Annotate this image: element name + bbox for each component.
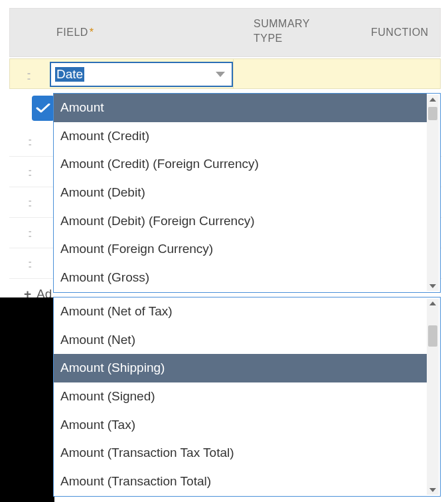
scroll-down-icon[interactable] xyxy=(429,284,436,288)
dropdown-option[interactable]: Amount (Foreign Currency) xyxy=(54,235,427,264)
dropdown-option[interactable]: Amount (Net) xyxy=(54,326,427,355)
scroll-thumb[interactable] xyxy=(428,325,437,347)
field-options-list-1: Amount Amount (Credit) Amount (Credit) (… xyxy=(54,94,427,292)
dropdown-option[interactable]: Amount xyxy=(54,94,427,122)
cell-divider xyxy=(233,59,234,88)
dropdown-option[interactable]: Amount (Transaction Tax Total) xyxy=(54,439,427,467)
columns-header-row: FIELD* SUMMARY TYPE FUNCTION xyxy=(9,8,441,57)
scrollbar[interactable] xyxy=(427,95,439,291)
scroll-up-icon[interactable] xyxy=(429,98,436,102)
column-header-summary-type: SUMMARY TYPE xyxy=(254,17,310,46)
drag-handle-icon[interactable]: :: xyxy=(28,166,30,179)
dropdown-option[interactable]: Amount (Transaction Total) xyxy=(54,467,427,496)
chevron-down-icon xyxy=(216,72,225,77)
column-header-function: FUNCTION xyxy=(371,27,429,39)
scroll-thumb[interactable] xyxy=(428,107,437,120)
dropdown-option[interactable]: Amount (Shipping) xyxy=(54,354,427,382)
required-asterisk: * xyxy=(90,27,94,38)
dropdown-option[interactable]: Amount (Net of Tax) xyxy=(54,297,427,326)
field-options-popup-1: Amount Amount (Credit) Amount (Credit) (… xyxy=(53,93,441,293)
field-dropdown[interactable]: Date xyxy=(50,62,233,87)
dropdown-option[interactable]: Amount (Credit) (Foreign Currency) xyxy=(54,150,427,179)
scrollbar[interactable] xyxy=(427,299,439,495)
confirm-button[interactable] xyxy=(32,96,54,121)
dropdown-option[interactable]: Amount (Debit) (Foreign Currency) xyxy=(54,207,427,236)
drag-handle-icon[interactable]: :: xyxy=(28,197,30,210)
check-icon xyxy=(36,104,50,113)
dropdown-option[interactable]: Amount (Tax) xyxy=(54,411,427,440)
dark-backdrop xyxy=(0,297,54,502)
drag-handle-icon[interactable]: :: xyxy=(28,135,30,149)
drag-handle-icon[interactable]: :: xyxy=(28,227,30,240)
drag-handle-icon[interactable]: :: xyxy=(27,69,29,83)
dropdown-option[interactable]: Amount (Credit) xyxy=(54,122,427,151)
scroll-down-icon[interactable] xyxy=(429,488,436,492)
field-dropdown-value: Date xyxy=(55,67,84,82)
dropdown-option[interactable]: Amount (Signed) xyxy=(54,382,427,411)
field-options-list-2: Amount (Net of Tax) Amount (Net) Amount … xyxy=(54,297,427,496)
dropdown-option[interactable]: Amount (Gross) xyxy=(54,264,427,292)
root: FIELD* SUMMARY TYPE FUNCTION :: Date :: … xyxy=(0,0,448,502)
scroll-up-icon[interactable] xyxy=(429,301,436,305)
column-header-field-text: FIELD xyxy=(56,27,88,38)
drag-handle-icon[interactable]: :: xyxy=(28,258,30,271)
active-field-row: :: Date xyxy=(9,58,441,89)
column-header-field: FIELD* xyxy=(56,27,94,39)
dropdown-option[interactable]: Amount (Debit) xyxy=(54,179,427,207)
field-options-popup-2: Amount (Net of Tax) Amount (Net) Amount … xyxy=(53,297,441,497)
